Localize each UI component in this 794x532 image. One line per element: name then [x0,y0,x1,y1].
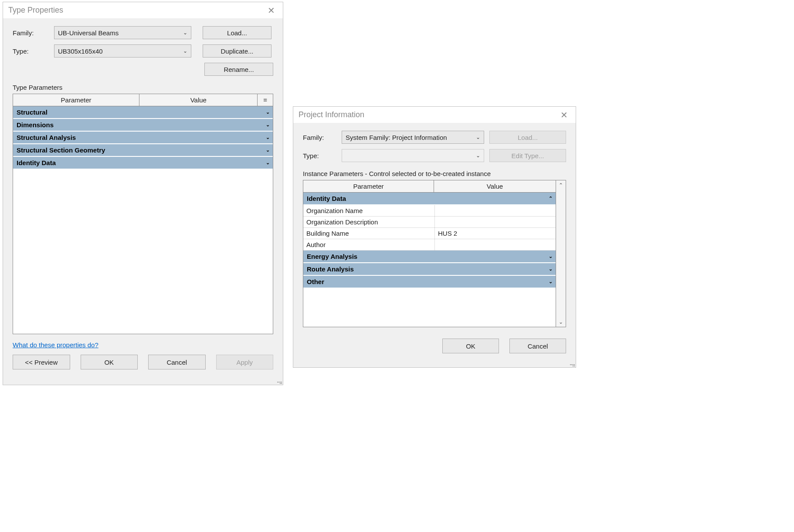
collapse-icon: ⌄ [549,254,552,259]
param-name: Building Name [303,228,435,239]
collapse-icon: ⌄ [266,160,269,166]
scroll-down-icon[interactable]: ⌄ [559,319,563,325]
dialog-titlebar: Project Information ✕ [293,107,576,123]
group-structural-analysis[interactable]: Structural Analysis ⌄ [13,132,273,144]
family-select[interactable]: UB-Universal Beams ⌄ [54,26,191,39]
load-button[interactable]: Load... [203,26,271,39]
resize-grip-icon[interactable] [277,379,282,384]
load-button: Load... [489,131,566,144]
close-icon[interactable]: ✕ [558,111,570,119]
apply-button[interactable]: Apply [216,355,274,369]
dialog-titlebar: Type Properties ✕ [3,2,283,18]
dialog-title-text: Type Properties [8,6,63,15]
collapse-icon: ⌄ [266,122,269,128]
table-row[interactable]: Organization Description [303,217,556,228]
group-dimensions[interactable]: Dimensions ⌄ [13,119,273,132]
collapse-icon: ⌄ [266,109,269,115]
group-structural-section-geometry[interactable]: Structural Section Geometry ⌄ [13,144,273,157]
family-label: Family: [13,29,54,37]
col-parameter-header[interactable]: Parameter [13,94,139,106]
param-name: Author [303,239,435,250]
type-properties-dialog: Type Properties ✕ Family: UB-Universal B… [3,2,283,385]
group-structural[interactable]: Structural ⌄ [13,106,273,119]
family-value: System Family: Project Information [346,134,447,141]
table-blank-area [303,288,556,298]
col-value-header[interactable]: Value [434,180,556,193]
scroll-up-icon[interactable]: ⌃ [559,182,563,188]
param-value[interactable] [435,217,556,227]
group-identity-data[interactable]: Identity Data ⌄ [13,157,273,169]
resize-grip-icon[interactable] [570,361,575,366]
group-other[interactable]: Other ⌄ [303,276,556,288]
expand-icon: ⌃ [549,196,552,201]
type-select[interactable]: UB305x165x40 ⌄ [54,44,191,58]
help-link[interactable]: What do these properties do? [13,341,98,349]
col-value-header[interactable]: Value [139,94,258,106]
param-name: Organization Name [303,205,435,216]
duplicate-button[interactable]: Duplicate... [203,44,271,58]
rename-button[interactable]: Rename... [204,63,273,76]
ok-button[interactable]: OK [442,339,499,353]
instance-parameters-table: Parameter Value Identity Data ⌃ Organiza… [303,180,556,327]
family-select[interactable]: System Family: Project Information ⌄ [342,131,484,144]
group-identity-data[interactable]: Identity Data ⌃ [303,193,556,205]
chevron-down-icon: ⌄ [183,30,187,36]
group-energy-analysis[interactable]: Energy Analysis ⌄ [303,251,556,263]
col-eq-header[interactable]: = [258,94,273,106]
table-row[interactable]: Organization Name [303,205,556,217]
param-name: Organization Description [303,217,435,227]
family-value: UB-Universal Beams [58,29,119,37]
type-label: Type: [303,152,342,159]
project-information-dialog: Project Information ✕ Family: System Fam… [293,106,576,368]
ok-button[interactable]: OK [81,355,138,369]
cancel-button[interactable]: Cancel [148,355,206,369]
preview-button[interactable]: << Preview [13,355,70,369]
chevron-down-icon: ⌄ [183,48,187,54]
family-label: Family: [303,134,342,141]
instance-parameters-label: Instance Parameters - Control selected o… [303,170,566,177]
type-value: UB305x165x40 [58,47,103,55]
cancel-button[interactable]: Cancel [509,339,566,353]
type-parameters-label: Type Parameters [13,84,273,91]
type-select[interactable]: ⌄ [342,149,484,162]
type-parameters-table: Parameter Value = Structural ⌄ Dimension… [13,94,273,334]
collapse-icon: ⌄ [266,135,269,140]
table-row[interactable]: Author [303,239,556,251]
chevron-down-icon: ⌄ [476,134,480,140]
chevron-down-icon: ⌄ [476,152,480,159]
scrollbar[interactable]: ⌃ ⌄ [556,180,566,327]
collapse-icon: ⌄ [549,279,552,285]
type-label: Type: [13,47,54,55]
table-blank-area [13,169,273,320]
collapse-icon: ⌄ [266,147,269,153]
param-value[interactable] [435,239,556,250]
table-row[interactable]: Building Name HUS 2 [303,228,556,239]
close-icon[interactable]: ✕ [265,6,278,15]
group-route-analysis[interactable]: Route Analysis ⌄ [303,263,556,276]
col-parameter-header[interactable]: Parameter [303,180,434,193]
param-value[interactable] [435,205,556,216]
edit-type-button: Edit Type... [489,149,566,162]
param-value[interactable]: HUS 2 [435,228,556,239]
collapse-icon: ⌄ [549,266,552,272]
dialog-title-text: Project Information [299,110,364,119]
